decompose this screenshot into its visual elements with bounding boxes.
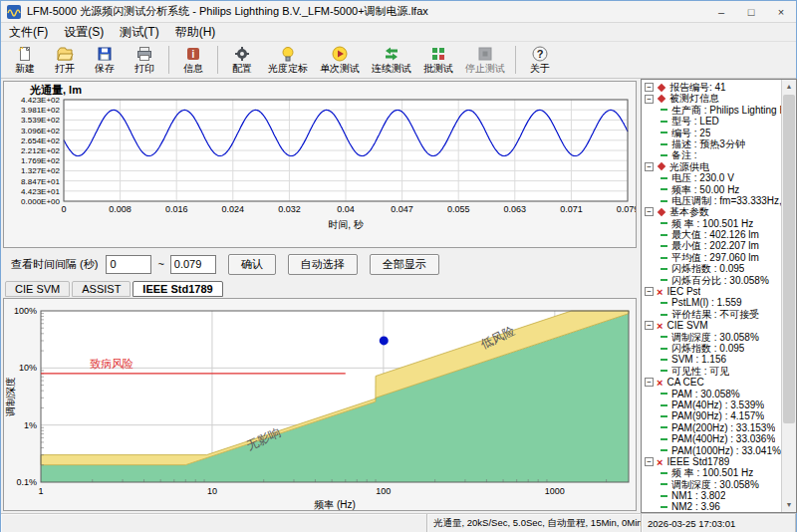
menu-help[interactable]: 帮助(H) xyxy=(167,23,224,42)
tree-leaf[interactable]: PstLM(l) : 1.559 xyxy=(642,297,781,308)
show-all-button[interactable]: 全部显示 xyxy=(370,254,439,275)
tree-item-text: 最小值 : 202.207 lm xyxy=(671,240,759,251)
tree-node[interactable]: −基本参数 xyxy=(642,206,781,217)
green-dash-icon xyxy=(661,154,667,156)
tree-node[interactable]: −×CIE SVM xyxy=(642,320,781,331)
tree-leaf[interactable]: 描述 : 预热3分钟 xyxy=(642,138,781,149)
open-folder-icon xyxy=(56,45,74,63)
single-test-button[interactable]: 单次测试 xyxy=(314,43,366,77)
tree-leaf[interactable]: 调制深度 : 30.058% xyxy=(642,479,781,490)
tree-leaf[interactable]: 最小值 : 202.207 lm xyxy=(642,240,781,251)
result-tree: −报告编号: 41−被测灯信息生产商 : Philips Lighting B.… xyxy=(642,80,781,512)
svg-text:4.423E+01: 4.423E+01 xyxy=(21,187,60,196)
tree-leaf[interactable]: 生产商 : Philips Lighting B.V. xyxy=(642,105,781,116)
maximize-button[interactable]: □ xyxy=(736,1,766,22)
svg-text:1: 1 xyxy=(38,486,43,496)
info-button[interactable]: i信息 xyxy=(173,43,213,77)
tree-leaf[interactable]: PAM : 30.058% xyxy=(642,389,781,399)
menu-settings[interactable]: 设置(S) xyxy=(56,23,112,42)
tab-cie-svm[interactable]: CIE SVM xyxy=(5,281,70,297)
tree-scrollbar[interactable]: ▲ ▼ xyxy=(781,80,796,512)
svg-text:0: 0 xyxy=(61,204,66,214)
tree-leaf[interactable]: PAM(200Hz) : 33.153% xyxy=(642,422,781,433)
tree-leaf[interactable]: PAM(40Hz) : 3.539% xyxy=(642,399,781,410)
svg-text:i: i xyxy=(192,49,195,60)
tree-item-text: PAM(1000Hz) : 33.041% xyxy=(671,445,781,456)
tree-leaf[interactable]: 频率 : 50.00 Hz xyxy=(642,184,781,195)
tree-leaf[interactable]: NM2 : 3.96 xyxy=(642,501,781,512)
tree-item-text: 电压调制 : fm=33.333Hz, d=2 xyxy=(671,195,781,206)
continuous-test-button[interactable]: 连续测试 xyxy=(366,43,417,77)
tree-leaf[interactable]: 电压 : 230.0 V xyxy=(642,172,781,183)
print-button[interactable]: 打印 xyxy=(125,43,164,77)
open-button[interactable]: 打开 xyxy=(45,43,85,77)
tree-node[interactable]: −×IEC Pst xyxy=(642,286,781,297)
about-button[interactable]: ?关于 xyxy=(520,43,560,77)
waveform-chart: 4.423E+023.981E+023.539E+023.096E+022.65… xyxy=(4,96,636,245)
batch-test-button[interactable]: 批测试 xyxy=(417,43,459,77)
tree-item-text: 描述 : 预热3分钟 xyxy=(671,138,745,149)
collapse-icon[interactable]: − xyxy=(645,207,654,216)
tree-leaf[interactable]: PAM(1000Hz) : 33.041% xyxy=(642,445,781,456)
question-icon: ? xyxy=(531,45,549,63)
interval-end-input[interactable] xyxy=(170,255,216,274)
save-button[interactable]: 保存 xyxy=(85,43,125,77)
tree-node[interactable]: −被测灯信息 xyxy=(642,93,781,104)
calibration-button[interactable]: 光度定标 xyxy=(262,43,314,77)
flicker-chart: 致病风险低风险无影响1101001000100%10%1%0.1%频率 (Hz)… xyxy=(5,299,635,510)
collapse-icon[interactable]: − xyxy=(645,378,654,387)
red-cross-icon: × xyxy=(657,378,663,388)
tree-item-text: 闪烁百分比 : 30.058% xyxy=(671,275,769,286)
tree-node[interactable]: −报告编号: 41 xyxy=(642,82,781,93)
green-dash-icon xyxy=(661,132,667,133)
collapse-icon[interactable]: − xyxy=(645,287,654,296)
scroll-down-icon[interactable]: ▼ xyxy=(782,498,796,512)
tree-node[interactable]: −×IEEE Std1789 xyxy=(642,456,781,467)
collapse-icon[interactable]: − xyxy=(645,321,654,330)
config-button[interactable]: 配置 xyxy=(222,43,262,77)
settings-icon xyxy=(233,45,251,63)
toolbar-button-label: 新建 xyxy=(15,63,35,75)
collapse-icon[interactable]: − xyxy=(645,95,654,104)
tree-leaf[interactable]: 型号 : LED xyxy=(642,116,781,127)
confirm-button[interactable]: 确认 xyxy=(228,254,276,275)
scroll-thumb[interactable] xyxy=(783,95,795,423)
tree-leaf[interactable]: 闪烁百分比 : 30.058% xyxy=(642,275,781,286)
tree-leaf[interactable]: 闪烁指数 : 0.095 xyxy=(642,343,781,354)
collapse-icon[interactable]: − xyxy=(645,162,654,171)
stop-test-button[interactable]: 停止测试 xyxy=(459,43,511,77)
tree-leaf[interactable]: 评价结果 : 不可接受 xyxy=(642,309,781,320)
tree-node[interactable]: −光源供电 xyxy=(642,161,781,172)
scroll-up-icon[interactable]: ▲ xyxy=(782,80,796,94)
tree-leaf[interactable]: NM1 : 3.802 xyxy=(642,490,781,501)
collapse-icon[interactable]: − xyxy=(645,457,654,466)
tree-item-text: 生产商 : Philips Lighting B.V. xyxy=(671,105,781,116)
tab-assist[interactable]: ASSIST xyxy=(72,281,131,297)
tree-leaf[interactable]: 最大值 : 402.126 lm xyxy=(642,229,781,240)
tree-leaf[interactable]: 备注 : xyxy=(642,149,781,160)
tree-leaf[interactable]: PAM(400Hz) : 33.036% xyxy=(642,433,781,444)
tree-leaf[interactable]: 可见性 : 可见 xyxy=(642,366,781,377)
auto-select-button[interactable]: 自动选择 xyxy=(288,254,358,275)
new-button[interactable]: 新建 xyxy=(5,43,45,77)
tree-leaf[interactable]: 调制深度 : 30.058% xyxy=(642,332,781,343)
collapse-icon[interactable]: − xyxy=(645,83,654,92)
toolbar-button-label: 单次测试 xyxy=(320,63,360,75)
tree-leaf[interactable]: 频 率 : 100.501 Hz xyxy=(642,467,781,478)
tab-ieee-std1789[interactable]: IEEE Std1789 xyxy=(133,281,222,297)
menu-file[interactable]: 文件(F) xyxy=(1,23,56,42)
minimize-button[interactable]: – xyxy=(706,1,736,22)
tree-leaf[interactable]: 编号 : 25 xyxy=(642,128,781,138)
tree-leaf[interactable]: SVM : 1.156 xyxy=(642,354,781,365)
risk-line-label: 致病风险 xyxy=(90,358,133,370)
close-button[interactable]: × xyxy=(766,1,796,22)
tree-leaf[interactable]: 闪烁指数 : 0.095 xyxy=(642,263,781,274)
tree-leaf[interactable]: 频 率 : 100.501 Hz xyxy=(642,218,781,229)
toolbar-button-label: 配置 xyxy=(232,63,252,75)
tree-leaf[interactable]: 平均值 : 297.060 lm xyxy=(642,252,781,263)
tree-leaf[interactable]: PAM(90Hz) : 4.157% xyxy=(642,410,781,421)
tree-node[interactable]: −×CA CEC xyxy=(642,377,781,388)
interval-start-input[interactable] xyxy=(106,255,151,274)
tree-leaf[interactable]: 电压调制 : fm=33.333Hz, d=2 xyxy=(642,195,781,206)
menu-test[interactable]: 测试(T) xyxy=(112,23,166,42)
